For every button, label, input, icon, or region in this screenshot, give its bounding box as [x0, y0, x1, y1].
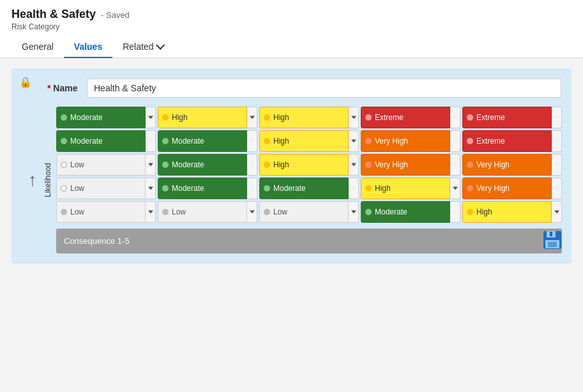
- cell-r4c1[interactable]: Low: [158, 201, 247, 223]
- cell-label: Moderate: [172, 184, 204, 193]
- cell-group: Moderate: [361, 201, 460, 223]
- cell-r3c4[interactable]: Very High: [462, 177, 552, 199]
- cell-dropdown-r3c3[interactable]: [450, 177, 460, 199]
- cell-r3c0[interactable]: Low: [56, 177, 146, 199]
- cell-dropdown-r4c3[interactable]: [450, 201, 460, 223]
- cell-label: High: [273, 160, 289, 169]
- matrix-grid: Moderate High: [56, 107, 562, 253]
- name-row: * Name: [47, 79, 561, 98]
- lock-icon: 🔒: [19, 76, 32, 88]
- cell-group: High: [361, 177, 460, 199]
- up-arrow-icon: ↑: [28, 171, 37, 189]
- dot-icon: [61, 185, 67, 192]
- cell-dropdown-r1c3[interactable]: [450, 130, 460, 152]
- cell-dropdown-r4c1[interactable]: [247, 201, 257, 223]
- matrix-row: Low Moderate: [56, 154, 562, 176]
- name-input[interactable]: [87, 79, 561, 98]
- cell-dropdown-r1c1[interactable]: [247, 130, 257, 152]
- cell-r0c1[interactable]: High: [158, 107, 247, 128]
- cell-dropdown-r4c0[interactable]: [146, 201, 156, 223]
- dot-icon: [365, 114, 372, 121]
- dot-icon: [264, 185, 270, 192]
- cell-group: Very High: [361, 130, 460, 152]
- cell-dropdown-r3c0[interactable]: [146, 177, 156, 199]
- cell-r1c3[interactable]: Very High: [361, 130, 450, 152]
- cell-label: High: [375, 184, 391, 193]
- cell-r4c3[interactable]: Moderate: [361, 201, 450, 223]
- cell-r3c3[interactable]: High: [361, 177, 450, 199]
- cell-label: Moderate: [273, 184, 306, 193]
- cell-group: Extreme: [361, 107, 460, 128]
- required-star: *: [47, 83, 53, 93]
- cell-dropdown-r0c1[interactable]: [247, 107, 257, 128]
- cell-r4c4[interactable]: High: [462, 201, 552, 223]
- cell-r2c2[interactable]: High: [259, 154, 349, 176]
- cell-dropdown-r2c0[interactable]: [146, 154, 156, 176]
- cell-group: Moderate: [158, 154, 257, 176]
- cell-dropdown-r2c1[interactable]: [247, 154, 257, 176]
- cell-dropdown-r1c0[interactable]: [146, 130, 156, 152]
- cell-dropdown-r2c2[interactable]: [349, 154, 359, 176]
- up-arrow-col: ↑: [28, 107, 37, 253]
- dot-icon: [365, 209, 372, 215]
- cell-label: Moderate: [172, 137, 204, 146]
- cell-group: High: [462, 201, 562, 223]
- dot-icon: [264, 209, 270, 215]
- cell-dropdown-r4c2[interactable]: [349, 201, 359, 223]
- cell-label: Very High: [375, 160, 408, 169]
- cell-r0c3[interactable]: Extreme: [361, 107, 450, 128]
- cell-label: Low: [273, 207, 287, 216]
- dot-icon: [162, 162, 169, 168]
- cell-dropdown-r0c2[interactable]: [349, 107, 359, 128]
- dot-icon: [61, 138, 67, 144]
- cell-r0c2[interactable]: High: [259, 107, 349, 128]
- cell-r4c0[interactable]: Low: [56, 201, 146, 223]
- cell-dropdown-r3c1[interactable]: [247, 177, 257, 199]
- cell-dropdown-r0c0[interactable]: [146, 107, 156, 128]
- cell-group: Very High: [462, 154, 562, 176]
- tab-general[interactable]: General: [11, 36, 64, 58]
- cell-r0c0[interactable]: Moderate: [56, 107, 146, 128]
- cell-dropdown-r2c3[interactable]: [450, 154, 460, 176]
- tab-related[interactable]: Related: [112, 36, 172, 58]
- save-button[interactable]: [542, 230, 563, 255]
- cell-label: High: [273, 137, 289, 146]
- tab-related-label: Related: [123, 41, 153, 52]
- cell-r3c2[interactable]: Moderate: [259, 177, 349, 199]
- dot-icon: [365, 162, 372, 168]
- cell-r3c1[interactable]: Moderate: [158, 177, 247, 199]
- cell-r2c1[interactable]: Moderate: [158, 154, 247, 176]
- cell-dropdown-r3c4[interactable]: [552, 177, 562, 199]
- cell-group: Low: [158, 201, 257, 223]
- dot-icon: [467, 209, 473, 215]
- svg-rect-2: [550, 232, 552, 236]
- cell-dropdown-r0c3[interactable]: [450, 107, 460, 128]
- cell-group: Moderate: [56, 107, 156, 128]
- tab-values[interactable]: Values: [64, 36, 112, 58]
- cell-dropdown-r3c2[interactable]: [349, 177, 359, 199]
- cell-label: High: [273, 113, 289, 122]
- cell-r1c0[interactable]: Moderate: [56, 130, 146, 152]
- cell-r2c3[interactable]: Very High: [361, 154, 450, 176]
- cell-r2c0[interactable]: Low: [56, 154, 146, 176]
- cell-group: High: [259, 154, 359, 176]
- cell-dropdown-r0c4[interactable]: [552, 107, 562, 128]
- cell-dropdown-r1c2[interactable]: [349, 130, 359, 152]
- cell-r2c4[interactable]: Very High: [462, 154, 552, 176]
- cell-dropdown-r4c4[interactable]: [552, 201, 562, 223]
- cell-dropdown-r2c4[interactable]: [552, 154, 562, 176]
- cell-group: High: [158, 107, 257, 128]
- cell-r0c4[interactable]: Extreme: [462, 107, 552, 128]
- dot-icon: [264, 138, 270, 144]
- cell-r1c1[interactable]: Moderate: [158, 130, 247, 152]
- cell-group: Moderate: [158, 177, 257, 199]
- cell-r4c2[interactable]: Low: [259, 201, 349, 223]
- cell-r1c2[interactable]: High: [259, 130, 349, 152]
- cell-r1c4[interactable]: Extreme: [462, 130, 552, 152]
- cell-label: Very High: [476, 160, 510, 169]
- cell-label: Extreme: [476, 137, 505, 146]
- cell-label: Moderate: [70, 137, 103, 146]
- main-content: 🔒 * Name ↑ Likelihood Moderate: [0, 58, 583, 274]
- cell-group: Extreme: [462, 130, 562, 152]
- cell-dropdown-r1c4[interactable]: [552, 130, 562, 152]
